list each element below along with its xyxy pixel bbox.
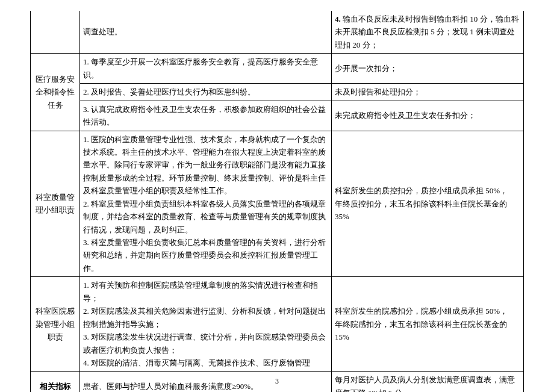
cat-cell: 医疗服务安全和指令性任务 bbox=[31, 54, 80, 131]
eval-cell: 未及时报告和处理扣分； bbox=[332, 84, 524, 101]
page-number: 3 bbox=[0, 377, 554, 386]
content-cell: 1. 医院的科室质量管理专业性强、技术复杂，本身就构成了一个复杂的技术系统。科主… bbox=[80, 131, 332, 277]
eval-text-visible: 输血不良反应未及时报告到输血科扣 10 分，输血科未开展输血不良反应检测扣 5 … bbox=[335, 14, 519, 49]
table-row: 医疗服务安全和指令性任务 1. 每季度至少开展一次科室医疗服务安全教育，提高医疗… bbox=[31, 54, 524, 84]
assessment-table: 调查处理。 4. 4. 输血不良反应未及时报告到输血科扣 10 分，输血科未开展… bbox=[30, 11, 524, 392]
content-cell: 调查处理。 bbox=[80, 11, 332, 54]
cat-cell: 科室医院感染管理小组职责 bbox=[31, 277, 80, 372]
eval-cell: 科室所发生的质控扣分，质控小组成员承担 50%， 年终质控扣分，末五名扣除该科科… bbox=[332, 131, 524, 277]
eval-strong-prefix: 4. bbox=[335, 14, 341, 23]
table-row: 科室医院感染管理小组职责 1. 对有关预防和控制医院感染管理规章制度的落实情况进… bbox=[31, 277, 524, 372]
table-row: 2. 及时报告、妥善处理医疗过失行为和医患纠纷。 未及时报告和处理扣分； bbox=[31, 84, 524, 101]
content-cell: 1. 每季度至少开展一次科室医疗服务安全教育，提高医疗服务安全意识。 bbox=[80, 54, 332, 84]
table-row: 3. 认真完成政府指令性及卫生支农任务，积极参加政府组织的社会公益性活动。 未完… bbox=[31, 101, 524, 131]
eval-cell: 科室所发生的院感扣分，院感小组成员承担 50%， 年终院感扣分，末五名扣除该科科… bbox=[332, 277, 524, 372]
cat-cell: 科室质量管理小组职责 bbox=[31, 131, 80, 277]
content-cell: 1. 对有关预防和控制医院感染管理规章制度的落实情况进行检查和指导； 2. 对医… bbox=[80, 277, 332, 372]
eval-cell: 4. 4. 输血不良反应未及时报告到输血科扣 10 分，输血科未开展输血不良反应… bbox=[332, 11, 524, 54]
content-cell: 3. 认真完成政府指令性及卫生支农任务，积极参加政府组织的社会公益性活动。 bbox=[80, 101, 332, 131]
eval-cell: 少开展一次扣分； bbox=[332, 54, 524, 84]
table-row: 调查处理。 4. 4. 输血不良反应未及时报告到输血科扣 10 分，输血科未开展… bbox=[31, 11, 524, 54]
table-row: 科室质量管理小组职责 1. 医院的科室质量管理专业性强、技术复杂，本身就构成了一… bbox=[31, 131, 524, 277]
content-cell: 2. 及时报告、妥善处理医疗过失行为和医患纠纷。 bbox=[80, 84, 332, 101]
cat-cell-empty bbox=[31, 11, 80, 54]
eval-cell: 未完成政府指令性及卫生支农任务扣分； bbox=[332, 101, 524, 131]
